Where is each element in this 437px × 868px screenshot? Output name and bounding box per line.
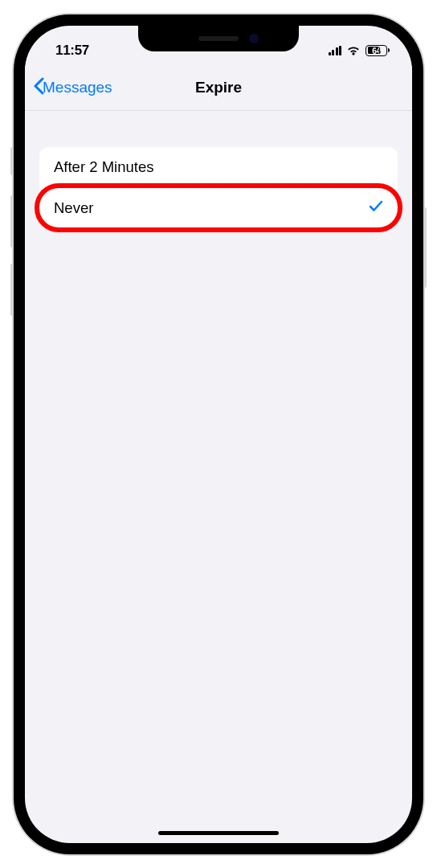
phone-screen: 11:57 64	[25, 26, 412, 843]
expire-options-list: After 2 Minutes Never	[39, 147, 398, 229]
option-never[interactable]: Never	[39, 187, 398, 228]
front-camera	[249, 34, 259, 43]
cellular-signal-icon	[329, 46, 342, 55]
battery-percent-label: 64	[372, 46, 381, 55]
option-label: After 2 Minutes	[54, 158, 153, 176]
home-indicator[interactable]	[158, 831, 279, 835]
notch	[138, 26, 299, 51]
volume-down-button	[10, 264, 14, 316]
volume-up-button	[10, 195, 14, 248]
option-label: Never	[54, 199, 93, 217]
checkmark-icon	[369, 199, 383, 217]
back-button[interactable]: Messages	[33, 76, 112, 99]
phone-device-frame: 11:57 64	[14, 14, 423, 854]
battery-indicator: 64	[366, 45, 390, 56]
wifi-icon	[346, 45, 361, 55]
page-title: Expire	[195, 79, 242, 96]
speaker	[198, 36, 239, 41]
status-time: 11:57	[55, 43, 89, 59]
back-label: Messages	[43, 79, 112, 96]
navigation-bar: Messages Expire	[25, 66, 412, 111]
power-button	[423, 207, 427, 288]
option-after-2-minutes[interactable]: After 2 Minutes	[39, 147, 398, 187]
content-area: After 2 Minutes Never	[25, 111, 412, 229]
silent-switch	[10, 147, 14, 175]
